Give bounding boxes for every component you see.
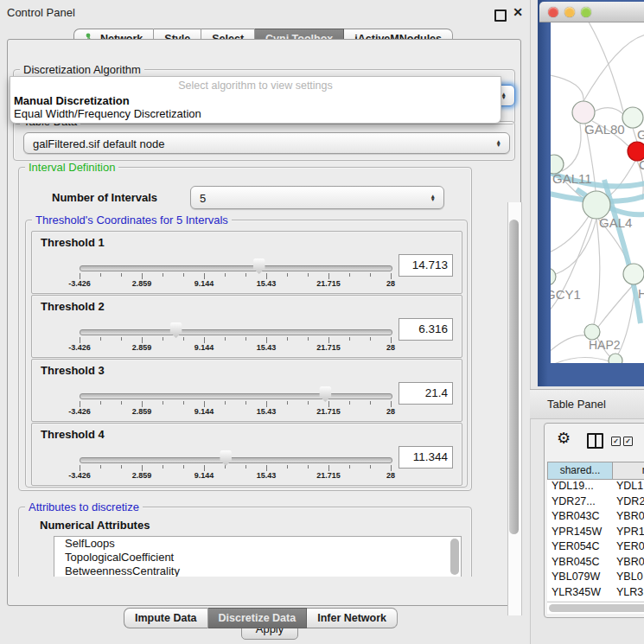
page-title: Control Panel: [7, 6, 75, 19]
tab-label: Impute Data: [135, 612, 197, 624]
panel-scrollbar-thumb[interactable]: [509, 220, 519, 534]
gear-icon[interactable]: ⚙: [557, 429, 571, 448]
slider-tick-label: 21.715: [307, 471, 350, 480]
slider-tick: [308, 273, 309, 277]
attribute-list-item[interactable]: SelfLoops: [54, 537, 461, 551]
cell-name: YDR2: [611, 495, 644, 511]
attribute-list-item[interactable]: TopologicalCoefficient: [54, 551, 461, 564]
stepper-arrows-icon: ▲▼: [496, 139, 501, 147]
algorithm-option[interactable]: Manual Discretization: [14, 94, 130, 107]
table-data-combobox[interactable]: galFiltered.sif default node ▲▼: [23, 132, 510, 154]
slider-handle[interactable]: [252, 258, 265, 274]
slider-track[interactable]: [80, 265, 392, 271]
slider-tick: [142, 401, 143, 407]
scroll-viewport: Interval Definition Number of Intervals …: [13, 163, 501, 577]
slider-tick-label: 9.144: [182, 407, 226, 416]
bottom-tab-bar: Impute DataDiscretize DataInfer Network: [124, 608, 398, 628]
number-of-intervals-combobox[interactable]: 5 ▲▼: [190, 186, 444, 209]
table-row[interactable]: YBR045CYBR0: [547, 556, 644, 571]
slider-tick: [349, 401, 350, 405]
close-icon[interactable]: ✕: [513, 5, 523, 19]
table-hscrollbar[interactable]: [547, 602, 644, 614]
split-columns-icon[interactable]: [587, 433, 603, 449]
threshold-value-field[interactable]: 6.316: [399, 318, 453, 341]
slider-handle[interactable]: [169, 322, 182, 338]
table-row[interactable]: YDR27...YDR2: [547, 495, 644, 511]
column-header-shared-name[interactable]: shared...: [548, 462, 613, 479]
table-row[interactable]: YLR345WYLR3: [547, 586, 644, 602]
tab-impute-data[interactable]: Impute Data: [124, 608, 208, 628]
table-row[interactable]: YDL19...YDL1: [547, 480, 644, 495]
network-canvas[interactable]: GAL80GACGAL11GAL4GCY1HHAP2: [551, 22, 644, 363]
table-hscrollbar-thumb[interactable]: [549, 604, 644, 612]
cell-name: YER0: [611, 540, 644, 556]
red-traffic-light-icon[interactable]: [548, 7, 558, 17]
slider-tick: [100, 273, 101, 277]
threshold-value-field[interactable]: 14.713: [399, 254, 453, 277]
slider-handle[interactable]: [319, 386, 332, 402]
checkbox-icon[interactable]: ✓: [623, 437, 633, 446]
slider-track[interactable]: [80, 457, 392, 463]
green-traffic-light-icon[interactable]: [581, 7, 591, 17]
slider-tick: [391, 401, 392, 407]
slider-tick-label: 9.144: [182, 343, 226, 352]
slider-tick: [349, 337, 350, 341]
slider-tick: [204, 401, 205, 407]
node-table-header: shared... na: [547, 462, 644, 480]
slider-tick-label: 2.859: [120, 343, 163, 352]
slider-tick-label: 2.859: [120, 407, 163, 416]
checkbox-icon[interactable]: ✓: [611, 437, 621, 446]
slider-tick: [266, 337, 267, 343]
threshold-value-field[interactable]: 11.344: [399, 446, 453, 469]
slider-tick: [183, 337, 184, 341]
network-node[interactable]: [551, 268, 556, 285]
algorithm-option[interactable]: Equal Width/Frequency Discretization: [14, 107, 201, 120]
network-edge: [583, 35, 644, 101]
slider-tick: [391, 273, 392, 279]
network-node[interactable]: [572, 101, 595, 124]
table-row[interactable]: YBL079WYBL0: [547, 571, 644, 586]
network-node[interactable]: [609, 354, 622, 363]
network-edge: [551, 335, 586, 355]
cell-name: YPR1: [611, 526, 644, 541]
list-scrollbar-thumb[interactable]: [450, 539, 459, 575]
tab-discretize-data[interactable]: Discretize Data: [208, 608, 308, 628]
numerical-attributes-list[interactable]: SelfLoopsTopologicalCoefficientBetweenne…: [54, 536, 462, 577]
float-window-icon[interactable]: [494, 10, 507, 22]
network-node[interactable]: [622, 107, 643, 128]
column-header-name[interactable]: na: [613, 462, 644, 479]
interval-definition-label: Interval Definition: [25, 163, 118, 174]
slider-track[interactable]: [80, 329, 392, 335]
slider-track[interactable]: [80, 393, 392, 399]
network-node[interactable]: [623, 264, 644, 284]
table-row[interactable]: YER054CYER0: [547, 540, 644, 556]
slider-tick-label: -3.426: [58, 407, 101, 416]
slider-tick-label: 15.43: [245, 471, 288, 480]
threshold-value-field[interactable]: 21.4: [399, 382, 453, 405]
threshold-panel: Threshold 1-3.4262.8599.14415.4321.71528…: [31, 231, 462, 294]
slider-tick: [349, 273, 350, 277]
tab-infer-network[interactable]: Infer Network: [307, 608, 398, 628]
network-edge: [609, 161, 635, 196]
tab-content-panel: Discretization Algorithm ▲▼ Table Data g…: [7, 39, 521, 606]
network-window-titlebar[interactable]: [539, 2, 644, 22]
slider-tick: [100, 401, 101, 405]
attributes-group-label: Attributes to discretize: [25, 501, 143, 513]
slider-handle[interactable]: [220, 450, 233, 466]
numerical-attributes-label: Numerical Attributes: [40, 519, 150, 532]
slider-tick-label: -3.426: [58, 471, 101, 480]
network-edge: [594, 108, 623, 114]
table-row[interactable]: YBR043CYBR0: [547, 510, 644, 526]
attribute-list-item[interactable]: BetweennessCentrality: [54, 564, 461, 577]
slider-tick: [183, 465, 184, 469]
cell-shared-name: YBR045C: [547, 556, 611, 571]
slider-tick: [245, 337, 246, 341]
slider-tick: [370, 465, 371, 469]
yellow-traffic-light-icon[interactable]: [564, 7, 575, 17]
slider-tick: [245, 465, 246, 469]
slider-tick-label: 28: [369, 343, 412, 352]
slider-tick: [370, 337, 371, 341]
table-row[interactable]: YPR145WYPR1: [547, 526, 644, 541]
node-label: GAL4: [599, 215, 632, 230]
network-edge: [587, 22, 623, 112]
